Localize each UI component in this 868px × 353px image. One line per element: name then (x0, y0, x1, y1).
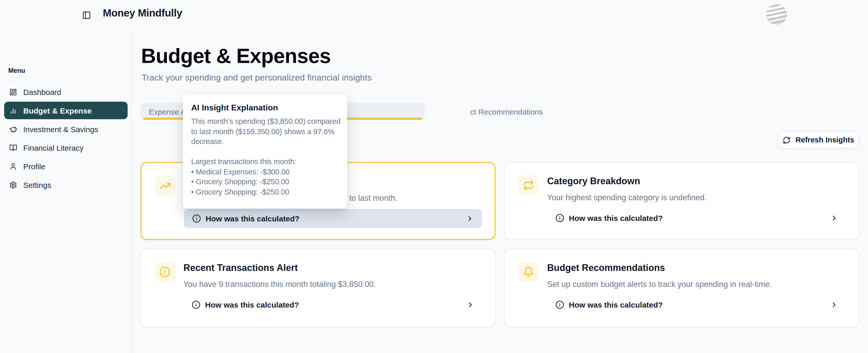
sidebar-item-profile[interactable]: Profile (4, 157, 128, 175)
sidebar-item-investment-savings[interactable]: Investment & Savings (4, 120, 128, 138)
card-subtitle: Your highest spending category is undefi… (547, 193, 707, 202)
how-calculated-row[interactable]: How was this calculated? (547, 295, 846, 314)
popover-line: decrease. (191, 137, 339, 147)
app-header: Money Mindfully (0, 0, 868, 32)
bell-icon (523, 266, 534, 278)
info-icon (192, 301, 200, 309)
popover-line: • Grocery Shopping: -$250.00 (191, 187, 339, 197)
sidebar-item-financial-literacy[interactable]: Financial Literacy (4, 139, 128, 156)
popover-title: AI Insight Explanation (191, 103, 339, 112)
sidebar-menu: Dashboard Budget & Expense Investme (4, 83, 128, 195)
piggy-bank-icon (9, 125, 17, 133)
app-root: Money Mindfully Menu Dashboard (0, 0, 868, 353)
card-title: Category Breakdown (547, 176, 640, 187)
refresh-icon (782, 136, 790, 144)
popover-line: to last month ($159,350.00) shows a 97.6… (191, 127, 339, 137)
how-calculated-label: How was this calculated? (569, 301, 663, 309)
card-subtitle-fragment: to last month. (349, 193, 397, 203)
popover-line: This month's spending ($3,850.00) compar… (191, 117, 339, 127)
page-title: Budget & Expenses (141, 44, 331, 68)
ai-insight-popover: AI Insight Explanation This month's spen… (183, 95, 347, 209)
icon-box (155, 175, 176, 196)
tab-product-recommendations[interactable]: ct Recommendations (470, 103, 543, 120)
info-icon (555, 214, 564, 222)
chevron-right-icon (466, 215, 474, 222)
icon-box (518, 175, 539, 196)
sidebar-item-budget-expense[interactable]: Budget & Expense (4, 102, 128, 119)
how-calculated-label: How was this calculated? (205, 301, 299, 309)
panel-left-icon (82, 10, 95, 20)
book-open-icon (9, 144, 17, 151)
how-calculated-label: How was this calculated? (569, 214, 663, 222)
budget-recommendations-card: Budget Recommendations Set up custom bud… (504, 249, 859, 327)
sidebar-item-label: Budget & Expense (23, 106, 92, 115)
app-title: Money Mindfully (103, 7, 182, 19)
chevron-right-icon (830, 301, 838, 309)
trending-up-icon (160, 180, 171, 191)
card-title: Budget Recommendations (547, 263, 665, 274)
card-title: Recent Transactions Alert (183, 263, 298, 274)
sidebar-item-dashboard[interactable]: Dashboard (4, 83, 128, 101)
alert-circle-icon (159, 266, 170, 278)
user-icon (9, 162, 17, 170)
sidebar-item-label: Investment & Savings (23, 125, 98, 133)
info-icon (192, 214, 201, 223)
category-breakdown-card: Category Breakdown Your highest spending… (504, 162, 859, 240)
recent-transactions-card: Recent Transactions Alert You have 9 tra… (141, 249, 495, 327)
chevron-right-icon (467, 301, 474, 309)
refresh-insights-label: Refresh Insights (796, 136, 854, 144)
settings-icon (9, 181, 17, 189)
sidebar-section-label: Menu (8, 67, 25, 74)
repeat-icon (523, 180, 534, 191)
card-subtitle: Set up custom budget alerts to track you… (547, 280, 772, 289)
chevron-right-icon (830, 214, 838, 222)
icon-box (154, 262, 175, 282)
popover-line: Largest transactions this month: (191, 157, 339, 167)
how-calculated-label: How was this calculated? (206, 214, 300, 223)
popover-line: • Grocery Shopping: -$250.00 (191, 177, 339, 187)
sidebar-item-settings[interactable]: Settings (4, 176, 128, 193)
popover-line: • Medical Expenses: -$300.00 (191, 167, 339, 177)
icon-box (518, 262, 539, 282)
how-calculated-row[interactable]: How was this calculated? (184, 209, 482, 228)
how-calculated-row[interactable]: How was this calculated? (183, 295, 483, 314)
bar-chart-icon (9, 107, 17, 114)
popover-line (191, 147, 339, 157)
user-avatar[interactable] (766, 4, 787, 25)
card-subtitle: You have 9 transactions this month total… (183, 280, 376, 289)
sidebar-item-label: Dashboard (23, 87, 61, 96)
sidebar-item-label: Financial Literacy (23, 143, 84, 152)
sidebar-item-label: Settings (23, 180, 51, 189)
info-icon (555, 301, 564, 309)
sidebar-item-label: Profile (23, 162, 45, 171)
how-calculated-row[interactable]: How was this calculated? (547, 209, 846, 227)
refresh-insights-button[interactable]: Refresh Insights (778, 131, 859, 149)
page-subtitle: Track your spending and get personalized… (142, 73, 372, 83)
sidebar-toggle-button[interactable] (82, 9, 95, 21)
sidebar: Menu Dashboard Budget & Expense (0, 32, 132, 353)
layout-dashboard-icon (9, 88, 17, 96)
